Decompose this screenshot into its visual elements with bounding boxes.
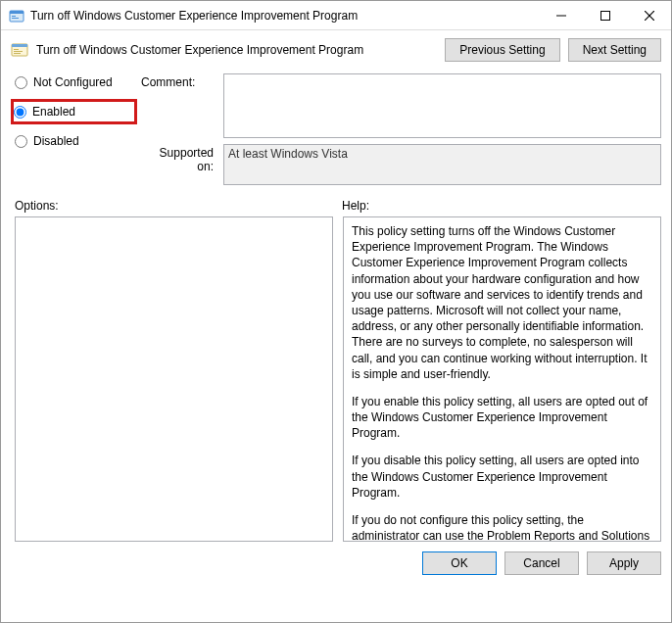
svg-rect-2 (12, 16, 16, 17)
state-radios: Not Configured Enabled Disabled (15, 73, 137, 148)
close-button[interactable] (627, 1, 671, 30)
svg-rect-5 (600, 12, 609, 21)
policy-icon (11, 41, 28, 59)
radio-enabled-label: Enabled (32, 105, 75, 119)
options-label: Options: (15, 199, 338, 213)
cancel-button[interactable]: Cancel (504, 551, 579, 575)
titlebar: Turn off Windows Customer Experience Imp… (1, 1, 671, 30)
svg-rect-12 (14, 53, 21, 54)
help-pane[interactable]: This policy setting turns off the Window… (343, 216, 661, 542)
svg-rect-10 (14, 49, 19, 50)
svg-rect-1 (10, 11, 24, 14)
options-pane[interactable] (15, 216, 333, 542)
supported-on-value (223, 144, 661, 185)
comment-input[interactable] (223, 73, 661, 138)
radio-enabled-input[interactable] (14, 106, 26, 119)
minimize-button[interactable] (539, 1, 583, 30)
panes: This policy setting turns off the Window… (1, 216, 671, 542)
comment-label: Comment: (141, 73, 219, 89)
maximize-button[interactable] (583, 1, 627, 30)
radio-not-configured-input[interactable] (15, 76, 27, 89)
help-paragraph: If you disable this policy setting, all … (352, 453, 652, 501)
policy-title: Turn off Windows Customer Experience Imp… (36, 43, 437, 57)
svg-rect-11 (14, 51, 23, 52)
help-label: Help: (338, 199, 661, 213)
window-title: Turn off Windows Customer Experience Imp… (30, 9, 539, 23)
radio-not-configured[interactable]: Not Configured (15, 75, 137, 89)
app-icon (9, 8, 24, 24)
help-paragraph: If you enable this policy setting, all u… (352, 394, 652, 442)
help-paragraph: If you do not configure this policy sett… (352, 512, 652, 542)
radio-not-configured-label: Not Configured (33, 75, 113, 89)
radio-disabled-label: Disabled (33, 134, 79, 148)
section-labels: Options: Help: (1, 189, 671, 216)
previous-setting-button[interactable]: Previous Setting (445, 38, 559, 62)
radio-disabled[interactable]: Disabled (15, 134, 137, 148)
svg-rect-9 (12, 44, 27, 47)
help-paragraph: This policy setting turns off the Window… (352, 223, 652, 382)
header-row: Turn off Windows Customer Experience Imp… (1, 30, 671, 70)
dialog-footer: OK Cancel Apply (1, 542, 671, 585)
radio-enabled[interactable]: Enabled (11, 99, 137, 124)
apply-button[interactable]: Apply (587, 551, 661, 575)
ok-button[interactable]: OK (422, 551, 497, 575)
supported-on-label: Supported on: (141, 144, 219, 173)
window-controls (539, 1, 671, 29)
radio-disabled-input[interactable] (15, 135, 27, 148)
next-setting-button[interactable]: Next Setting (568, 38, 661, 62)
svg-rect-3 (12, 18, 19, 19)
settings-grid: Not Configured Enabled Disabled Comment:… (1, 70, 671, 189)
